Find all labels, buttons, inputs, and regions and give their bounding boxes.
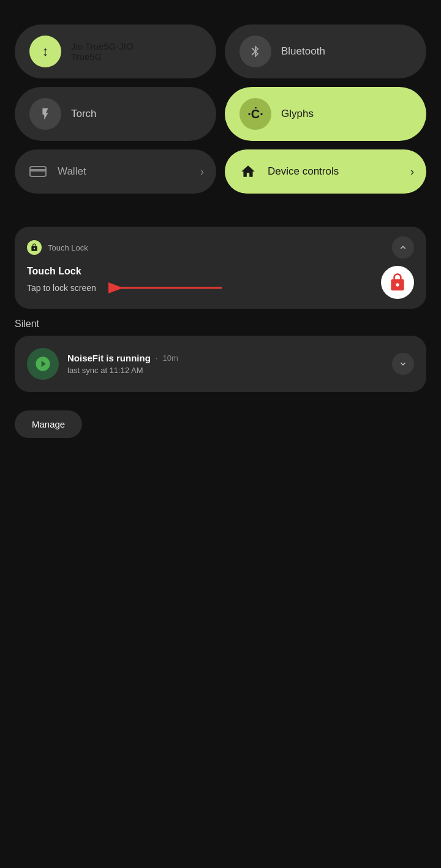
bluetooth-icon <box>239 36 271 67</box>
wallet-label: Wallet <box>58 165 86 178</box>
glyphs-tile[interactable]: ·Ċ· Glyphs <box>225 87 426 141</box>
touch-lock-badge <box>381 266 414 299</box>
touch-lock-app-icon <box>27 240 42 255</box>
noisefit-app-logo <box>27 348 59 380</box>
noisefit-expand-button[interactable] <box>392 353 414 375</box>
noisefit-title: NoiseFit is running <box>67 353 151 363</box>
jio-label-line2: True5G <box>71 51 134 62</box>
red-arrow-svg <box>102 281 225 295</box>
svg-rect-1 <box>30 169 46 172</box>
touch-lock-subtitle: Tap to lock screen <box>27 283 96 293</box>
noisefit-time: 10m <box>162 353 178 363</box>
touch-lock-expand-button[interactable] <box>392 236 414 259</box>
bluetooth-tile[interactable]: Bluetooth <box>225 25 426 78</box>
torch-tile[interactable]: Torch <box>15 87 216 141</box>
qs-row-3: Wallet › Device controls › <box>15 149 426 194</box>
touch-lock-title: Touch Lock <box>27 266 225 277</box>
quick-settings-panel: ↕ Jio True5G-JIO True5G Bluetooth <box>0 0 441 214</box>
red-arrow-annotation <box>102 281 225 295</box>
manage-button[interactable]: Manage <box>15 410 82 438</box>
bluetooth-label: Bluetooth <box>281 45 325 58</box>
device-controls-label: Device controls <box>268 165 339 178</box>
torch-label: Torch <box>71 108 97 120</box>
touch-lock-notification[interactable]: Touch Lock Touch Lock Tap to lock screen <box>15 227 426 309</box>
wallet-icon <box>27 160 49 183</box>
touch-lock-header: Touch Lock <box>27 236 414 259</box>
wallet-arrow: › <box>200 165 204 178</box>
jio-icon: ↕ <box>29 36 61 67</box>
device-controls-icon <box>237 160 259 183</box>
device-controls-arrow: › <box>410 165 414 178</box>
silent-section-label: Silent <box>15 319 426 330</box>
glyphs-icon: ·Ċ· <box>239 98 271 130</box>
wallet-tile[interactable]: Wallet › <box>15 149 216 194</box>
device-controls-tile[interactable]: Device controls › <box>225 149 426 194</box>
qs-row-1: ↕ Jio True5G-JIO True5G Bluetooth <box>15 25 426 78</box>
glyphs-label: Glyphs <box>281 108 314 120</box>
noisefit-notification[interactable]: NoiseFit is running · 10m last sync at 1… <box>15 336 426 392</box>
jio-tile[interactable]: ↕ Jio True5G-JIO True5G <box>15 25 216 78</box>
touch-lock-app-name: Touch Lock <box>48 243 88 252</box>
touch-lock-body: Touch Lock Tap to lock screen <box>27 266 414 299</box>
qs-row-2: Torch ·Ċ· Glyphs <box>15 87 426 141</box>
jio-label-line1: Jio True5G-JIO <box>71 41 134 51</box>
torch-icon <box>29 98 61 130</box>
noisefit-subtitle: last sync at 11:12 AM <box>67 366 383 375</box>
notifications-area: Touch Lock Touch Lock Tap to lock screen <box>0 227 441 438</box>
